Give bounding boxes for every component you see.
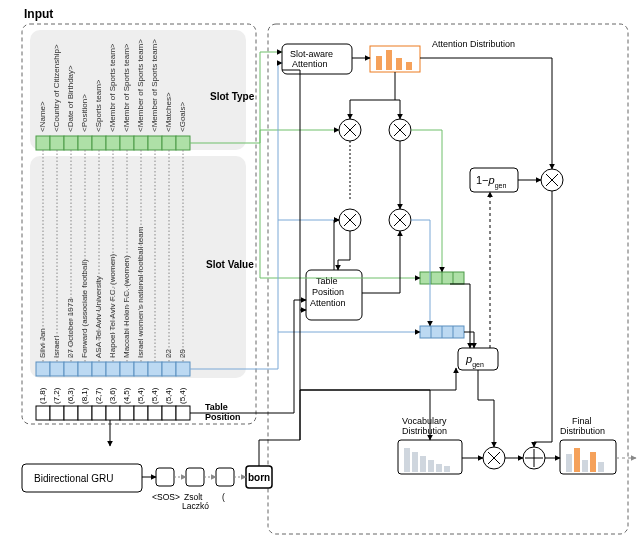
svg-rect-63 xyxy=(148,406,162,420)
svg-rect-24 xyxy=(50,362,64,376)
svg-text:(5,4): (5,4) xyxy=(136,387,145,404)
svg-rect-25 xyxy=(64,362,78,376)
table-position-cells xyxy=(36,406,190,420)
svg-rect-59 xyxy=(92,406,106,420)
svg-rect-61 xyxy=(120,406,134,420)
mult-node-1 xyxy=(339,119,361,141)
svg-rect-124 xyxy=(574,448,580,472)
token-zsolt xyxy=(186,468,204,486)
zsolt-label: ZsoltLaczkó xyxy=(182,492,209,511)
svg-rect-126 xyxy=(590,452,596,472)
mult-node-6 xyxy=(483,447,505,469)
svg-text:(5,4): (5,4) xyxy=(178,387,187,404)
svg-text:(3,6): (3,6) xyxy=(108,387,117,404)
svg-rect-8 xyxy=(134,136,148,150)
svg-rect-27 xyxy=(92,362,106,376)
svg-text:(2,7): (2,7) xyxy=(94,387,103,404)
svg-rect-7 xyxy=(120,136,134,150)
svg-rect-112 xyxy=(420,456,426,472)
svg-rect-125 xyxy=(582,460,588,472)
svg-text:<Country of Citizenship>: <Country of Citizenship> xyxy=(52,44,61,132)
final-distribution-chart xyxy=(560,440,616,474)
mult-node-2 xyxy=(389,119,411,141)
table-position-label: Table Position xyxy=(205,402,241,422)
svg-rect-56 xyxy=(50,406,64,420)
svg-text:(1,8): (1,8) xyxy=(38,387,47,404)
paren-label: ( xyxy=(222,492,225,502)
svg-text:(5,4): (5,4) xyxy=(164,387,173,404)
svg-text:(7,2): (7,2) xyxy=(52,387,61,404)
svg-text:(5,4): (5,4) xyxy=(150,387,159,404)
svg-rect-81 xyxy=(396,58,402,70)
svg-rect-60 xyxy=(106,406,120,420)
svg-text:<Member of Sports team>: <Member of Sports team> xyxy=(150,39,159,132)
svg-rect-123 xyxy=(566,454,572,472)
svg-rect-114 xyxy=(436,464,442,472)
svg-rect-82 xyxy=(406,62,412,70)
svg-rect-32 xyxy=(162,362,176,376)
mult-node-4 xyxy=(389,209,411,231)
mult-node-5 xyxy=(541,169,563,191)
vocab-distribution-label: VocabularyDistribution xyxy=(402,416,447,436)
svg-rect-33 xyxy=(176,362,190,376)
svg-text:27 October 1973: 27 October 1973 xyxy=(66,298,75,358)
svg-text:ASA Tel Aviv University: ASA Tel Aviv University xyxy=(94,276,103,358)
input-title: Input xyxy=(24,7,53,21)
slot-type-label: Slot Type xyxy=(210,91,255,102)
svg-rect-115 xyxy=(444,466,450,472)
svg-rect-64 xyxy=(162,406,176,420)
svg-rect-62 xyxy=(134,406,148,420)
svg-text:(6,3): (6,3) xyxy=(66,387,75,404)
slot-value-label: Slot Value xyxy=(206,259,254,270)
bidirectional-gru-label: Bidirectional GRU xyxy=(34,473,113,484)
svg-rect-28 xyxy=(106,362,120,376)
sos-label: <SOS> xyxy=(152,492,180,502)
svg-text:<Date of Birthday>: <Date of Birthday> xyxy=(66,65,75,132)
svg-text:(8,1): (8,1) xyxy=(80,387,89,404)
svg-rect-79 xyxy=(376,56,382,70)
svg-rect-80 xyxy=(386,50,392,70)
svg-rect-110 xyxy=(404,448,410,472)
svg-rect-23 xyxy=(36,362,50,376)
svg-rect-31 xyxy=(148,362,162,376)
svg-text:<Matches>: <Matches> xyxy=(164,92,173,132)
svg-rect-6 xyxy=(106,136,120,150)
svg-text:<Name>: <Name> xyxy=(38,101,47,132)
svg-rect-113 xyxy=(428,460,434,472)
svg-rect-11 xyxy=(176,136,190,150)
svg-rect-2 xyxy=(50,136,64,150)
mult-node-3 xyxy=(339,209,361,231)
svg-rect-3 xyxy=(64,136,78,150)
token-paren xyxy=(216,468,234,486)
svg-text:Israel women's national footba: Israel women's national football team xyxy=(136,226,145,358)
svg-rect-111 xyxy=(412,452,418,472)
final-distribution-label: FinalDistribution xyxy=(560,416,605,436)
svg-text:<Membr of Sports team>: <Membr of Sports team> xyxy=(122,43,131,132)
token-sos xyxy=(156,468,174,486)
vocab-distribution-chart xyxy=(398,440,462,474)
attention-distribution-label: Attention Distribution xyxy=(432,39,515,49)
svg-text:<Membr of Sports team>: <Membr of Sports team> xyxy=(108,43,117,132)
svg-rect-136 xyxy=(40,446,130,464)
svg-rect-30 xyxy=(134,362,148,376)
slot-value-cells xyxy=(36,362,190,376)
svg-rect-57 xyxy=(64,406,78,420)
svg-rect-58 xyxy=(78,406,92,420)
svg-rect-65 xyxy=(176,406,190,420)
svg-rect-29 xyxy=(120,362,134,376)
blue-vector xyxy=(420,326,464,338)
svg-rect-55 xyxy=(36,406,50,420)
svg-rect-9 xyxy=(148,136,162,150)
svg-rect-5 xyxy=(92,136,106,150)
svg-rect-127 xyxy=(598,462,604,472)
born-label: born xyxy=(248,472,270,483)
svg-text:Slot-awareAttention: Slot-awareAttention xyxy=(290,49,333,69)
plus-node xyxy=(523,447,545,469)
svg-rect-4 xyxy=(78,136,92,150)
svg-text:<Position>: <Position> xyxy=(80,94,89,132)
slot-type-cells xyxy=(36,136,190,150)
svg-text:<Member of Sports team>: <Member of Sports team> xyxy=(136,39,145,132)
svg-text:(4,5): (4,5) xyxy=(122,387,131,404)
green-vector xyxy=(420,272,464,284)
svg-text:<Sports team>: <Sports team> xyxy=(94,79,103,132)
